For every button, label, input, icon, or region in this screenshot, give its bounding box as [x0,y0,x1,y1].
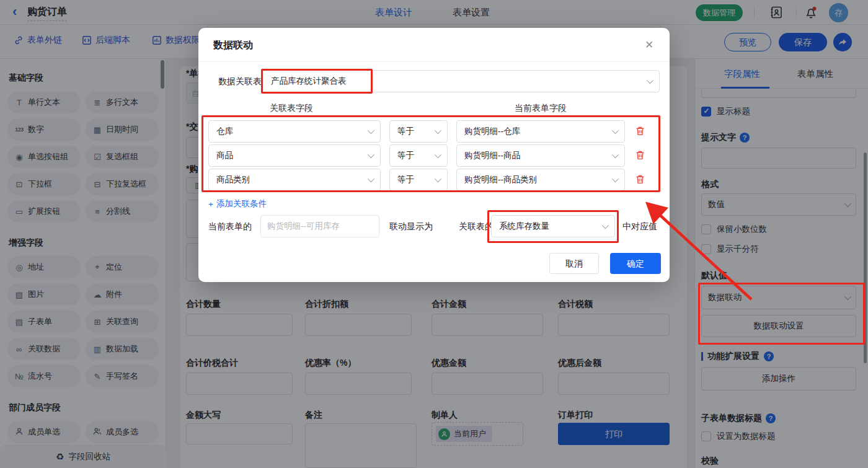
plus-icon: + [208,200,213,209]
chevron-down-icon [435,175,441,182]
current-form-field-input: 购货明细--可用库存 [260,215,379,237]
form-field-select[interactable]: 购货明细--仓库 [456,120,625,143]
chevron-down-icon [647,77,653,84]
linked-field-select[interactable]: 商品 [208,144,381,167]
right-column-header: 当前表单字段 [515,103,567,114]
display-as-label: 联动显示为 [389,221,433,232]
data-linkage-dialog: 数据联动 ✕ 数据关联表 产品库存统计聚合表 关联表字段 当前表单字段 仓库 等… [198,28,670,282]
chevron-down-icon [612,175,619,182]
trash-icon[interactable] [635,174,646,185]
current-form-label: 当前表单的 [208,221,252,232]
operator-select[interactable]: 等于 [389,144,448,167]
confirm-button[interactable]: 确定 [610,253,661,274]
form-field-select[interactable]: 购货明细--商品类别 [456,169,625,191]
trash-icon[interactable] [635,150,646,161]
link-field-select[interactable]: 系统库存数量 [491,215,615,237]
linked-field-select[interactable]: 商品类别 [208,169,381,191]
add-condition-link[interactable]: + 添加关联条件 [208,198,267,210]
link-table-select[interactable]: 产品库存统计聚合表 [263,70,660,92]
chevron-down-icon [368,175,374,182]
linked-field-select[interactable]: 仓库 [208,120,381,143]
operator-select[interactable]: 等于 [389,169,448,191]
chevron-down-icon [602,222,609,229]
close-icon[interactable]: ✕ [645,38,653,51]
dialog-title: 数据联动 [213,39,253,52]
chevron-down-icon [612,151,619,158]
link-table-label: 数据关联表 [218,76,262,87]
chevron-down-icon [368,151,374,158]
operator-select[interactable]: 等于 [389,120,448,143]
form-field-select[interactable]: 购货明细--商品 [456,144,625,167]
chevron-down-icon [435,127,441,134]
left-column-header: 关联表字段 [270,103,313,114]
cancel-button[interactable]: 取消 [549,253,599,274]
dialog-header: 数据联动 ✕ [198,28,670,62]
chevron-down-icon [368,127,374,134]
trash-icon[interactable] [635,126,646,137]
chevron-down-icon [435,151,441,158]
link-table-of-label: 关联表的 [459,221,494,232]
corresponding-value-label: 中对应值 [622,221,657,232]
chevron-down-icon [612,127,619,134]
